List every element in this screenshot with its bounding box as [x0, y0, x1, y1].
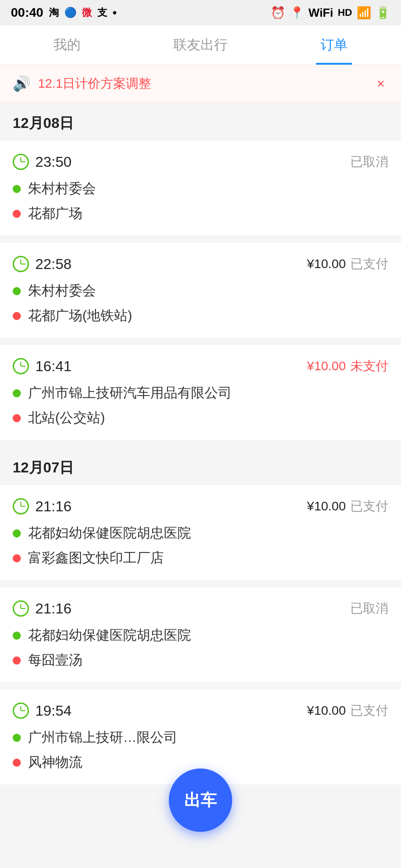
route-to: 北站(公交站) — [13, 409, 388, 427]
clock-icon — [13, 703, 29, 719]
tab-orders[interactable]: 订单 — [267, 25, 401, 65]
origin-name: 广州市锦上技研汽车用品有限公司 — [28, 384, 388, 402]
battery-icon: 🔋 — [376, 6, 390, 20]
order-header: 21:16 已取消 — [13, 600, 388, 617]
dest-dot — [13, 210, 21, 218]
order-status-group: ¥10.00 已支付 — [307, 255, 388, 273]
dest-name: 花都广场 — [28, 204, 388, 223]
order-time: 23:50 — [35, 154, 72, 170]
status-app-weibo: 微 — [82, 6, 92, 19]
origin-dot — [13, 287, 21, 295]
hd-badge: HD — [338, 7, 352, 19]
dest-name: 花都广场(地铁站) — [28, 307, 388, 325]
origin-name: 广州市锦上技研…限公司 — [28, 728, 388, 747]
order-price: ¥10.00 — [307, 257, 346, 271]
dest-name: 每囧壹汤 — [28, 651, 388, 670]
route-to: 富彩鑫图文快印工厂店 — [13, 549, 388, 567]
order-time: 16:41 — [35, 358, 72, 375]
order-time: 21:16 — [35, 600, 72, 617]
order-status-group: 已取消 — [350, 600, 388, 617]
tab-mine[interactable]: 我的 — [0, 25, 134, 65]
status-bar: 00:40 淘 🔵 微 支 • ⏰ 📍 WiFi HD 📶 🔋 — [0, 0, 401, 25]
fab-label: 出车 — [184, 789, 217, 811]
date-header-dec08: 12月08日 — [0, 103, 401, 141]
clock-icon — [13, 498, 29, 514]
notice-banner: 🔊 12.1日计价方案调整 × — [0, 65, 401, 103]
signal-icon: 📶 — [357, 6, 371, 20]
order-header: 21:16 ¥10.00 已支付 — [13, 498, 388, 515]
dest-dot — [13, 414, 21, 422]
origin-dot — [13, 185, 21, 193]
status-time: 00:40 — [11, 5, 43, 20]
origin-dot — [13, 389, 21, 397]
order-card[interactable]: 21:16 ¥10.00 已支付 花都妇幼保健医院胡忠医院 富彩鑫图文快印工厂店 — [0, 485, 401, 580]
tab-bar: 我的 联友出行 订单 — [0, 25, 401, 65]
order-time: 21:16 — [35, 498, 72, 515]
route-from: 朱村村委会 — [13, 179, 388, 198]
origin-name: 花都妇幼保健医院胡忠医院 — [28, 524, 388, 542]
order-time-group: 21:16 — [13, 498, 72, 515]
order-status-group: ¥10.00 未支付 — [307, 358, 388, 375]
clock-icon — [13, 154, 29, 170]
status-app-taobao: 淘 — [49, 6, 59, 19]
dest-name: 北站(公交站) — [28, 409, 388, 427]
order-price: ¥10.00 — [307, 703, 346, 718]
order-card[interactable]: 22:58 ¥10.00 已支付 朱村村委会 花都广场(地铁站) — [0, 243, 401, 338]
dest-name: 风神物流 — [28, 753, 388, 772]
order-card[interactable]: 21:16 已取消 花都妇幼保健医院胡忠医院 每囧壹汤 — [0, 587, 401, 682]
clock-icon — [13, 358, 29, 374]
notice-close-button[interactable]: × — [373, 74, 388, 93]
order-time-group: 22:58 — [13, 256, 72, 273]
order-time-group: 19:54 — [13, 703, 72, 719]
route-from: 广州市锦上技研…限公司 — [13, 728, 388, 747]
route-to: 花都广场 — [13, 204, 388, 223]
dest-dot — [13, 554, 21, 562]
origin-dot — [13, 734, 21, 742]
order-status: 已支付 — [350, 498, 388, 515]
route-from: 花都妇幼保健医院胡忠医院 — [13, 524, 388, 542]
route-from: 花都妇幼保健医院胡忠医院 — [13, 626, 388, 645]
order-status: 已支付 — [350, 702, 388, 719]
order-status: 已支付 — [350, 255, 388, 273]
clock-icon — [13, 600, 29, 617]
status-dot: • — [113, 6, 117, 20]
status-app-blue: 🔵 — [64, 7, 76, 19]
order-time: 22:58 — [35, 256, 72, 273]
dest-dot — [13, 312, 21, 320]
order-status-group: 已取消 — [350, 153, 388, 170]
origin-name: 花都妇幼保健医院胡忠医院 — [28, 626, 388, 645]
wifi-icon: WiFi — [309, 6, 334, 20]
dest-dot — [13, 656, 21, 665]
status-left: 00:40 淘 🔵 微 支 • — [11, 5, 117, 20]
status-right: ⏰ 📍 WiFi HD 📶 🔋 — [271, 6, 390, 20]
route-from: 广州市锦上技研汽车用品有限公司 — [13, 384, 388, 402]
order-time: 19:54 — [35, 703, 72, 719]
order-header: 19:54 ¥10.00 已支付 — [13, 702, 388, 719]
notice-speaker-icon: 🔊 — [13, 75, 31, 92]
origin-name: 朱村村委会 — [28, 179, 388, 198]
order-time-group: 23:50 — [13, 154, 72, 170]
order-status: 已取消 — [350, 153, 388, 170]
order-time-group: 16:41 — [13, 358, 72, 375]
dest-dot — [13, 759, 21, 767]
origin-dot — [13, 632, 21, 640]
route-from: 朱村村委会 — [13, 282, 388, 300]
tab-friends[interactable]: 联友出行 — [134, 25, 267, 65]
order-card[interactable]: 23:50 已取消 朱村村委会 花都广场 — [0, 141, 401, 236]
order-list-content: 12月08日 23:50 已取消 朱村村委会 花都广场 22:58 — [0, 103, 401, 846]
order-status: 未支付 — [350, 358, 388, 375]
route-to: 每囧壹汤 — [13, 651, 388, 670]
dispatch-fab-button[interactable]: 出车 — [169, 769, 232, 832]
location-icon: 📍 — [290, 6, 304, 20]
order-card[interactable]: 16:41 ¥10.00 未支付 广州市锦上技研汽车用品有限公司 北站(公交站) — [0, 345, 401, 440]
order-price: ¥10.00 — [307, 499, 346, 514]
status-app-alipay: 支 — [97, 6, 107, 19]
order-status-group: ¥10.00 已支付 — [307, 702, 388, 719]
order-header: 16:41 ¥10.00 未支付 — [13, 358, 388, 375]
order-header: 22:58 ¥10.00 已支付 — [13, 255, 388, 273]
date-header-dec07: 12月07日 — [0, 447, 401, 485]
order-header: 23:50 已取消 — [13, 153, 388, 170]
dest-name: 富彩鑫图文快印工厂店 — [28, 549, 388, 567]
order-status: 已取消 — [350, 600, 388, 617]
order-status-group: ¥10.00 已支付 — [307, 498, 388, 515]
